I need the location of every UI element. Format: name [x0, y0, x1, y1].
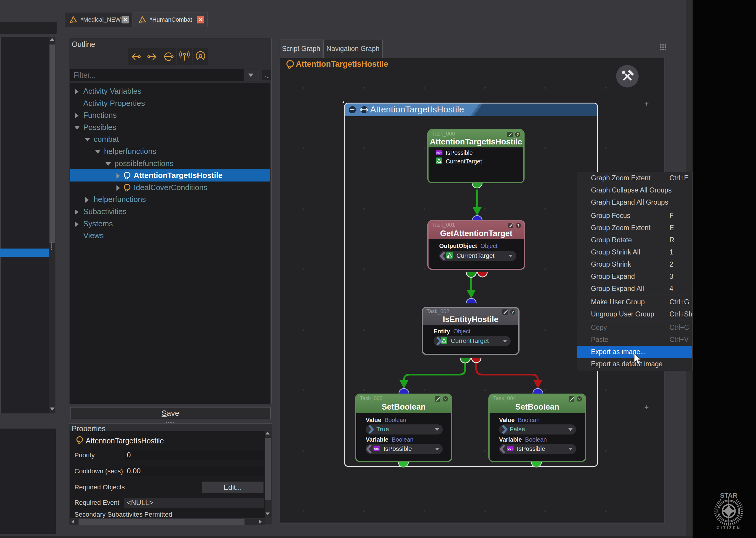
- svg-text:CITIZEN: CITIZEN: [717, 525, 741, 530]
- svg-text:STAR: STAR: [720, 492, 737, 499]
- svg-text:OUT: OUT: [436, 151, 442, 154]
- svg-text:?: ?: [517, 223, 520, 228]
- svg-text:?: ?: [517, 132, 519, 137]
- svg-text:OUT: OUT: [507, 447, 513, 450]
- svg-text:?: ?: [511, 310, 514, 314]
- svg-text:?: ?: [444, 397, 447, 401]
- svg-text:?: ?: [578, 397, 581, 401]
- svg-text:OUT: OUT: [374, 447, 380, 450]
